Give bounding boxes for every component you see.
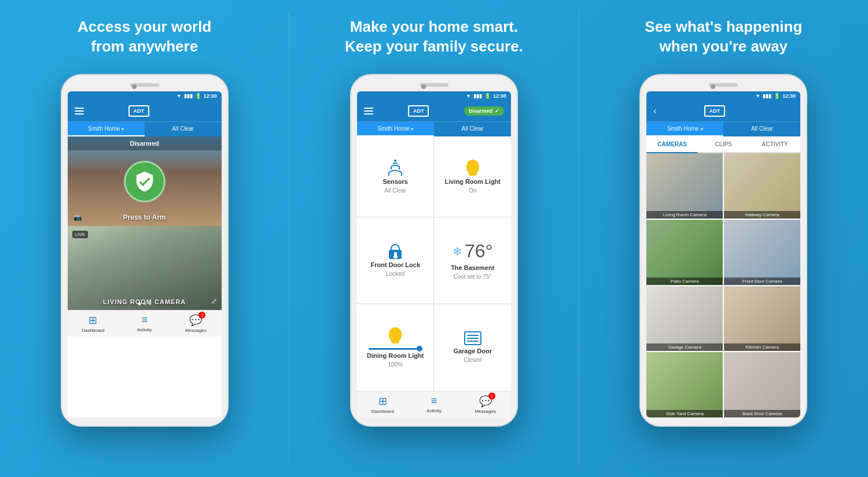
bulb-head-2	[389, 327, 402, 341]
cam-label-3: Patio Camera	[646, 278, 723, 285]
phone-screen-3: ▼ ▮▮▮ 🔋 12:30 ‹ ADT Smith Home ▾ All Cle…	[646, 91, 800, 417]
sub-tab-status-1[interactable]: All Clear	[145, 122, 222, 136]
status-bar-3: ▼ ▮▮▮ 🔋 12:30	[646, 91, 800, 101]
sub-header-2: Smith Home ▾ All Clear	[357, 121, 511, 136]
cam-cell-2[interactable]: Hallway Camera	[724, 153, 800, 219]
battery-icon: 🔋	[195, 93, 201, 99]
cam-cell-5[interactable]: Garage Camera	[646, 286, 723, 352]
garage-icon	[464, 331, 481, 345]
cam-bg-5	[646, 286, 723, 352]
dining-room-light-cell[interactable]: Dining Room Light 100%	[357, 304, 434, 391]
temp-value: 76°	[465, 241, 492, 262]
sensors-sub: All Clear	[384, 187, 406, 194]
signal-dot	[394, 160, 396, 161]
front-door-lock-cell[interactable]: Front Door Lock Locked	[357, 217, 434, 303]
nav-dashboard[interactable]: ⊞ Dashboard	[68, 314, 119, 333]
garage-line-1	[467, 335, 479, 336]
cam-cell-3[interactable]: Patio Camera	[646, 220, 723, 285]
column-2: Make your home smart. Keep your family s…	[289, 0, 578, 477]
snowflake-icon: ❄	[453, 245, 462, 258]
garage-door-sub: Closed	[464, 357, 481, 363]
phone-screen-2: ▼ ▮▮▮ 🔋 12:30 ADT Disarmed ✓ Smith Home	[357, 91, 511, 417]
slider-track	[369, 348, 422, 350]
phone-camera	[132, 84, 137, 89]
status-time-1: 12:30	[204, 93, 217, 99]
tab-cameras[interactable]: CAMERAS	[646, 136, 698, 153]
nav-messages-2-label: Messages	[475, 409, 495, 414]
cam-cell-4[interactable]: Front Door Camera	[724, 220, 800, 285]
living-room-light-cell[interactable]: Living Room Light On	[434, 136, 511, 217]
sensors-cell[interactable]: Sensors All Clear	[357, 136, 434, 217]
nav-messages[interactable]: 💬 3 Messages	[170, 314, 222, 333]
tab-clips[interactable]: CLIPS	[698, 136, 749, 152]
cam-label-8: Back Door Camera	[724, 410, 800, 417]
lock-icon	[389, 244, 402, 259]
phone-screen-1: ▼ ▮▮▮ 🔋 12:30 ADT Smith Home ▾ All Clear	[68, 91, 222, 417]
thermostat-sub: Cool set to 75°	[454, 273, 492, 280]
cam-cell-6[interactable]: Kitchen Camera	[724, 286, 800, 352]
cam-cell-1[interactable]: Living Room Camera	[646, 153, 723, 219]
check-icon: ✓	[495, 108, 499, 114]
nav-dashboard-2[interactable]: ⊞ Dashboard	[357, 395, 409, 414]
disarmed-badge[interactable]: Disarmed ✓	[464, 106, 504, 116]
carousel-dots	[138, 302, 151, 305]
garage-line-2	[467, 338, 479, 339]
cam-cell-8[interactable]: Back Door Camera	[724, 352, 800, 417]
brightness-slider[interactable]	[369, 348, 422, 350]
garage-line-3	[467, 341, 479, 342]
arc-3	[388, 170, 402, 176]
back-button[interactable]: ‹	[653, 106, 656, 116]
messages-icon-2: 💬 3	[479, 395, 492, 408]
press-to-arm[interactable]: Press to Arm	[68, 213, 222, 221]
status-time-2: 12:30	[493, 93, 506, 99]
sub-tab-home-1[interactable]: Smith Home ▾	[68, 122, 145, 136]
cam-cell-7[interactable]: Side Yard Camera	[646, 352, 723, 417]
col1-title: Access your world from anywhere	[78, 17, 211, 58]
cam-label-5: Garage Camera	[646, 343, 723, 351]
thermostat-cell[interactable]: ❄ 76° The Basement Cool set to 75°	[434, 217, 511, 303]
phone-camera-3	[711, 84, 715, 89]
cam-bg-6	[724, 286, 800, 352]
slider-thumb[interactable]	[417, 346, 422, 352]
live-feed[interactable]: LIVE ⤢ LIVING ROOM CAMERA	[68, 226, 222, 310]
status-bar-1: ▼ ▮▮▮ 🔋 12:30	[68, 91, 222, 101]
thermostat-title: The Basement	[451, 264, 494, 271]
sub-tab-status-2[interactable]: All Clear	[434, 122, 511, 136]
column-1: Access your world from anywhere ▼ ▮▮▮ 🔋 …	[0, 0, 289, 477]
sub-header-1: Smith Home ▾ All Clear	[68, 121, 222, 136]
sub-tab-home-2[interactable]: Smith Home ▾	[357, 122, 434, 136]
status-bar-2: ▼ ▮▮▮ 🔋 12:30	[357, 91, 511, 101]
garage-door-title: Garage Door	[453, 347, 492, 354]
nav-activity[interactable]: ≡ Activity	[119, 314, 170, 333]
live-badge: LIVE	[72, 231, 88, 238]
nav-messages-2[interactable]: 💬 3 Messages	[459, 395, 511, 414]
message-badge: 3	[198, 312, 205, 319]
battery-icon-2: 🔋	[484, 93, 491, 99]
menu-button-1[interactable]	[75, 108, 84, 114]
cam-bg-1	[646, 153, 723, 219]
column-3: See what's happening when you're away ▼ …	[579, 0, 868, 477]
lock-body	[389, 250, 402, 259]
dot-3	[148, 302, 151, 305]
dot-1	[138, 302, 141, 305]
sub-tab-home-3[interactable]: Smith Home ▾	[646, 122, 723, 136]
sub-tab-status-3[interactable]: All Clear	[723, 122, 800, 136]
menu-button-2[interactable]	[364, 108, 373, 114]
slider-fill	[369, 348, 422, 350]
tab-activity[interactable]: ACTIVITY	[749, 136, 801, 152]
sub-header-3: Smith Home ▾ All Clear	[646, 121, 800, 136]
dashboard-icon: ⊞	[89, 314, 97, 327]
cam-bg-7	[646, 352, 723, 417]
expand-icon[interactable]: ⤢	[211, 297, 217, 305]
nav-activity-2[interactable]: ≡ Activity	[409, 395, 460, 414]
arm-button[interactable]	[124, 161, 165, 202]
cam-bg-2	[724, 153, 800, 219]
garage-door-cell[interactable]: Garage Door Closed	[434, 304, 511, 391]
nav-activity-label: Activity	[137, 327, 152, 332]
dining-room-light-title: Dining Room Light	[367, 352, 424, 359]
phone-1: ▼ ▮▮▮ 🔋 12:30 ADT Smith Home ▾ All Clear	[61, 74, 229, 427]
dashboard-icon-2: ⊞	[378, 395, 387, 408]
sensors-title: Sensors	[383, 178, 408, 185]
activity-icon-2: ≡	[431, 395, 437, 407]
cam-bg-4	[724, 220, 800, 285]
